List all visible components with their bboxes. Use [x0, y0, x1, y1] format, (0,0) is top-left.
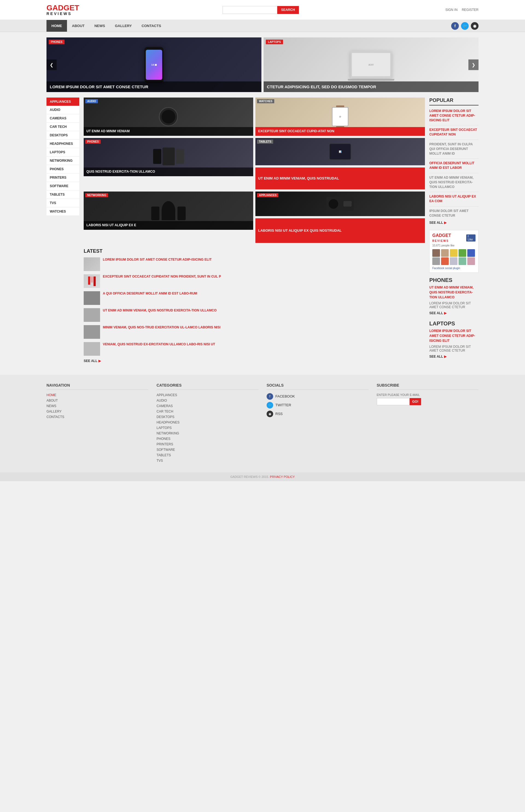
footer-nav-news[interactable]: NEWS — [46, 404, 149, 408]
subscribe-form: GO! — [377, 398, 479, 405]
popular-item-1[interactable]: LOREM IPSUM DOLOR SIT AMET CONSE CTETUR … — [429, 109, 479, 122]
sidebar-header: APPLIANCES — [46, 97, 79, 106]
footer-cat-printers[interactable]: PRINTERS — [157, 442, 259, 446]
avatar-4 — [459, 249, 466, 257]
widget-logo-red: GADGET — [432, 233, 451, 238]
footer-nav-gallery[interactable]: GALLERY — [46, 409, 149, 413]
popular-item-4[interactable]: OFFICIA DESERUNT MOLLIT ANIM ID EST LABO… — [429, 161, 479, 170]
footer-rss-item[interactable]: ◉ RSS — [267, 411, 369, 417]
latest-text-2[interactable]: EXCEPTEUR SINT OCCAECAT CUPIDATAT NON PR… — [103, 274, 221, 279]
footer-cat-tablets[interactable]: TABLETS — [157, 453, 259, 457]
sidebar-item-printers[interactable]: PRINTERS — [46, 173, 79, 182]
nav-home[interactable]: HOME — [46, 20, 67, 32]
footer-fb-icon: f — [267, 393, 273, 400]
popular-item-6[interactable]: LABORIS NISI UT ALIQUIP EX EA COM — [429, 194, 479, 204]
card-red2[interactable]: LABORIS NISI UT ALIQUIP EX QUIS NOSTRUDA… — [255, 218, 425, 243]
nav-news[interactable]: NEWS — [89, 20, 110, 32]
privacy-policy-link[interactable]: PRIVACY POLICY — [270, 475, 295, 479]
card-appliances[interactable]: APPLIANCES — [255, 191, 425, 216]
latest-see-all[interactable]: SEE ALL ▶ — [84, 359, 425, 363]
sidebar-item-tvs[interactable]: TVS — [46, 199, 79, 207]
footer-cat-phones[interactable]: PHONES — [157, 437, 259, 441]
footer-cat-software[interactable]: SOFTWARE — [157, 448, 259, 452]
card-badge-networking: NETWORKING — [85, 193, 108, 197]
hero-slide-1[interactable]: 14:◼ PHONES LOREM IPSUM DOLOR SIT AMET C… — [46, 37, 261, 92]
hero-slide-2[interactable]: acer LAPTOPS CTETUR ADIPISICING ELIT, SE… — [264, 37, 479, 92]
popular-item-2[interactable]: EXCEPTEUR SINT OCCAECAT CUPIDATAT NON — [429, 128, 479, 137]
card-networking[interactable]: NETWORKING LABORIS NISI UT ALIQUIP EX E — [84, 191, 253, 230]
footer-cat-headphones[interactable]: HEADPHONES — [157, 421, 259, 424]
sidebar-item-cameras[interactable]: CAMERAS — [46, 114, 79, 123]
subscribe-button[interactable]: GO! — [410, 398, 421, 405]
card-tablets[interactable]: 📊 TABLETS — [255, 138, 425, 165]
avatar-8 — [450, 257, 457, 265]
footer-cat-audio[interactable]: AUDIO — [157, 399, 259, 403]
sidebar-item-phones[interactable]: PHONES — [46, 165, 79, 173]
phones-text-2: LOREM IPSUM DOLOR SIT AMET CONSE CTETUR — [429, 301, 479, 309]
sidebar-item-cartech[interactable]: CAR TECH — [46, 123, 79, 131]
sidebar-item-tablets[interactable]: TABLETS — [46, 190, 79, 199]
twitter-nav-icon[interactable]: 🐦 — [461, 22, 469, 30]
popular-see-all[interactable]: SEE ALL ▶ — [429, 221, 479, 224]
facebook-nav-icon[interactable]: f — [451, 22, 459, 30]
register-link[interactable]: REGISTER — [462, 8, 479, 12]
footer-nav-home[interactable]: HOME — [46, 393, 149, 397]
signin-link[interactable]: SIGN IN — [446, 8, 458, 12]
card-watches[interactable]: ⏱ WATCHES EXCEPTEUR SINT OCCAECAT CUPID-… — [255, 97, 425, 136]
avatar-6 — [432, 257, 440, 265]
footer-nav-about[interactable]: ABOUT — [46, 399, 149, 403]
footer-tw-label: TWITTER — [275, 403, 291, 407]
footer-cat-cameras[interactable]: CAMERAS — [157, 404, 259, 408]
card-phones[interactable]: PHONES QUIS NOSTRUD EXERCITA-TION ULLAMC… — [84, 138, 253, 176]
footer-cat-appliances[interactable]: APPLIANCES — [157, 393, 259, 397]
header: GADGET REVIEWS SEARCH SIGN IN REGISTER — [0, 0, 525, 20]
latest-text-6[interactable]: VENIAM, QUIS NOSTRUD EX-ERCITATION ULLAM… — [103, 342, 215, 347]
footer-cat-cartech[interactable]: CAR TECH — [157, 409, 259, 413]
laptops-see-all[interactable]: SEE ALL ▶ — [429, 355, 479, 358]
footer-subscribe-title: SUBSCRIBE — [377, 383, 479, 390]
fb-plugin-label[interactable]: Facebook social plugin — [432, 267, 476, 270]
footer-cat-desktops[interactable]: DESKTOPS — [157, 415, 259, 419]
sidebar-item-networking[interactable]: NETWORKING — [46, 157, 79, 165]
search-button[interactable]: SEARCH — [277, 6, 299, 14]
latest-thumb-1 — [84, 257, 100, 271]
sidebar-item-desktops[interactable]: DESKTOPS — [46, 131, 79, 140]
popular-item-7[interactable]: IPSUM DOLOR SIT AMET CONSE CTETUR — [429, 209, 479, 218]
card-red[interactable]: UT ENIM AD MINIM VENIAM, QUIS NOSTRUDAL — [255, 168, 425, 189]
hero-prev-button[interactable]: ❮ — [46, 60, 57, 70]
latest-text-5[interactable]: MINIM VENIAM, QUIS NOS-TRUD EXERCITATION… — [103, 325, 220, 330]
footer-fb-item[interactable]: f FACEBOOK — [267, 393, 369, 400]
latest-item-4: UT ENIM AD MINIM VENIAM, QUIS NOSTRUD EX… — [84, 308, 425, 322]
nav-contacts[interactable]: CONTACTS — [137, 20, 166, 32]
nav-about[interactable]: ABOUT — [67, 20, 89, 32]
footer-cat-laptops[interactable]: LAPTOPS — [157, 426, 259, 430]
hero-next-button[interactable]: ❯ — [468, 60, 479, 70]
subscribe-email-input[interactable] — [377, 398, 410, 405]
logo[interactable]: GADGET REVIEWS — [46, 4, 79, 16]
nav-gallery[interactable]: GALLERY — [110, 20, 137, 32]
footer-tw-item[interactable]: 🐦 TWITTER — [267, 402, 369, 408]
footer-cat-tvs[interactable]: TVS — [157, 459, 259, 463]
sidebar-item-headphones[interactable]: HEADPHONES — [46, 140, 79, 148]
footer-cat-networking[interactable]: NETWORKING — [157, 432, 259, 435]
sidebar-item-software[interactable]: SOFTWARE — [46, 182, 79, 190]
popular-title: POPULAR — [429, 97, 479, 106]
latest-text-4[interactable]: UT ENIM AD MINIM VENIAM, QUIS NOSTRUD EX… — [103, 308, 216, 313]
rss-nav-icon[interactable]: ◉ — [471, 22, 479, 30]
search-input[interactable] — [223, 6, 277, 14]
popular-item-3[interactable]: PROIDENT, SUNT IN CULPA QUI OFFICIA DESE… — [429, 142, 479, 156]
sidebar-item-laptops[interactable]: LAPTOPS — [46, 148, 79, 157]
sidebar-item-audio[interactable]: AUDIO — [46, 106, 79, 114]
card-caption-audio: UT ENIM AD MINIM VENIAM — [84, 127, 253, 136]
fb-like-btn[interactable]: f Like — [466, 234, 476, 241]
popular-item-5[interactable]: UT ENIM AD MINIM VENIAM, QUIS NOSTRUD EX… — [429, 175, 479, 189]
phones-see-all[interactable]: SEE ALL ▶ — [429, 311, 479, 315]
sidebar: APPLIANCES AUDIO CAMERAS CAR TECH DESKTO… — [46, 97, 79, 364]
card-audio[interactable]: AUDIO UT ENIM AD MINIM VENIAM — [84, 97, 253, 136]
sidebar-item-watches[interactable]: WATCHES — [46, 207, 79, 216]
footer-nav-contacts[interactable]: CONTACTS — [46, 415, 149, 419]
avatar-10 — [467, 257, 475, 265]
latest-text-3[interactable]: A QUI OFFICIA DESERUNT MOLLIT ANIM ID ES… — [103, 291, 197, 296]
latest-text-1[interactable]: LOREM IPSUM DOLOR SIT AMET CONSE CTETUR … — [103, 257, 212, 262]
card-caption-networking: LABORIS NISI UT ALIQUIP EX E — [84, 221, 253, 230]
